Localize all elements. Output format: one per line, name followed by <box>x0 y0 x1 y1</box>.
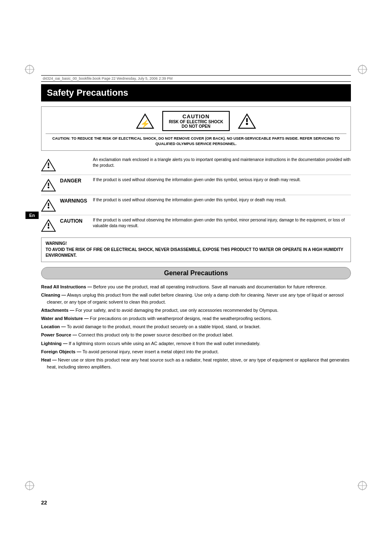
svg-rect-22 <box>48 183 49 186</box>
prec-item-lightning: Lightning — If a lightning storm occurs … <box>41 340 351 347</box>
corner-mark-br <box>357 480 368 491</box>
prec-term-power: Power Source — <box>41 332 77 337</box>
prec-item-location: Location — To avoid damage to the produc… <box>41 323 351 330</box>
danger-row: DANGER If the product is used without ob… <box>41 175 351 195</box>
right-warning-icon <box>238 112 256 130</box>
caution-symbol-row: CAUTION If the product is used without o… <box>41 215 351 235</box>
prec-item-foreign: Foreign Objects — To avoid personal inju… <box>41 348 351 355</box>
svg-rect-16 <box>246 118 248 122</box>
en-badge: En <box>25 212 39 219</box>
danger-icon <box>41 177 56 193</box>
caution-title: CAUTION <box>169 113 223 120</box>
warnings-row: WARNINGS If the product is used without … <box>41 195 351 215</box>
prec-item-water: Water and Moisture — For precautions on … <box>41 315 351 322</box>
corner-mark-bl <box>24 480 35 491</box>
intro-icon <box>41 157 56 173</box>
prec-item-attachments: Attachments — For your safety, and to av… <box>41 307 351 314</box>
prec-item-read: Read All Instructions — Before you use t… <box>41 283 351 290</box>
caution-symbol-icon <box>41 217 56 233</box>
warning-bottom-box: WARNING! TO AVOID THE RISK OF FIRE OR EL… <box>41 237 351 262</box>
prec-desc-foreign: To avoid personal injury, never insert a… <box>81 349 219 354</box>
prec-desc-lightning: If a lightning storm occurs while using … <box>67 341 260 346</box>
symbol-section: An exclamation mark enclosed in a triang… <box>41 155 351 235</box>
caution-symbol-label: CAUTION <box>60 217 89 224</box>
svg-point-24 <box>48 207 49 208</box>
danger-desc: If the product is used without observing… <box>93 177 351 183</box>
svg-rect-25 <box>48 203 49 206</box>
page-container: d4324_oai_basic_00_bookfile.book Page 22… <box>0 0 392 555</box>
prec-desc-power: Connect this product only to the power s… <box>77 332 233 337</box>
prec-desc-read: Before you use the product, read all ope… <box>92 284 327 289</box>
page-title: Safety Precautions <box>41 84 351 101</box>
warning-box-title: WARNING! <box>46 241 346 246</box>
prec-desc-location: To avoid damage to the product, mount th… <box>66 324 261 329</box>
intro-label <box>60 157 89 158</box>
warning-box-text: TO AVOID THE RISK OF FIRE OR ELECTRICAL … <box>46 247 346 258</box>
warnings-desc: If the product is used without observing… <box>93 197 351 203</box>
header-text: d4324_oai_basic_00_bookfile.book Page 22… <box>43 76 173 81</box>
intro-desc: An exclamation mark enclosed in a triang… <box>93 157 351 168</box>
caution-outer-box: ⚡ CAUTION RISK OF ELECTRIC SHOCK DO NOT … <box>41 106 351 151</box>
precautions-list: Read All Instructions — Before you use t… <box>41 283 351 371</box>
caution-subtitle-1: RISK OF ELECTRIC SHOCK <box>169 120 223 124</box>
prec-term-water: Water and Moisture — <box>41 316 89 321</box>
svg-rect-28 <box>48 223 49 226</box>
caution-symbol-desc: If the product is used without observing… <box>93 217 351 229</box>
general-precautions-heading: General Precautions <box>41 267 351 279</box>
prec-term-read: Read All Instructions — <box>41 284 92 289</box>
prec-item-heat: Heat — Never use or store this product n… <box>41 357 351 371</box>
prec-desc-attachments: For your safety, and to avoid damaging t… <box>74 308 279 313</box>
prec-desc-water: For precautions on products with weather… <box>89 316 272 321</box>
svg-rect-19 <box>48 163 49 166</box>
prec-term-foreign: Foreign Objects — <box>41 349 81 354</box>
prec-term-heat: Heat — <box>41 357 57 362</box>
caution-inner: ⚡ CAUTION RISK OF ELECTRIC SHOCK DO NOT … <box>46 111 346 146</box>
svg-point-27 <box>48 227 49 228</box>
corner-mark-tr <box>357 64 368 75</box>
caution-subtitle-2: DO NOT OPEN <box>169 124 223 129</box>
svg-point-15 <box>246 122 248 124</box>
prec-term-attachments: Attachments — <box>41 308 74 313</box>
warnings-icon <box>41 197 56 213</box>
left-warning-icon: ⚡ <box>136 112 154 130</box>
symbol-intro-row: An exclamation mark enclosed in a triang… <box>41 155 351 175</box>
corner-mark-tl <box>24 64 35 75</box>
main-content: En Safety Precautions ⚡ CAUTION RISK OF … <box>41 84 351 493</box>
caution-top-row: ⚡ CAUTION RISK OF ELECTRIC SHOCK DO NOT … <box>136 111 256 131</box>
prec-desc-heat: Never use or store this product near any… <box>47 357 349 369</box>
caution-body-text: CAUTION: TO REDUCE THE RISK OF ELECTRICA… <box>46 134 346 146</box>
svg-point-18 <box>48 166 49 168</box>
prec-desc-cleaning: Always unplug this product from the wall… <box>47 292 344 304</box>
prec-term-lightning: Lightning — <box>41 341 67 346</box>
warnings-label: WARNINGS <box>60 197 89 204</box>
svg-text:⚡: ⚡ <box>140 119 150 128</box>
svg-point-21 <box>48 187 49 188</box>
prec-item-cleaning: Cleaning — Always unplug this product fr… <box>41 292 351 306</box>
prec-item-power: Power Source — Connect this product only… <box>41 332 351 339</box>
header-line: d4324_oai_basic_00_bookfile.book Page 22… <box>41 75 351 82</box>
caution-label-box: CAUTION RISK OF ELECTRIC SHOCK DO NOT OP… <box>162 111 230 131</box>
prec-term-cleaning: Cleaning — <box>41 292 66 297</box>
danger-label: DANGER <box>60 177 89 184</box>
prec-term-location: Location — <box>41 324 66 329</box>
page-number: 22 <box>41 500 47 506</box>
